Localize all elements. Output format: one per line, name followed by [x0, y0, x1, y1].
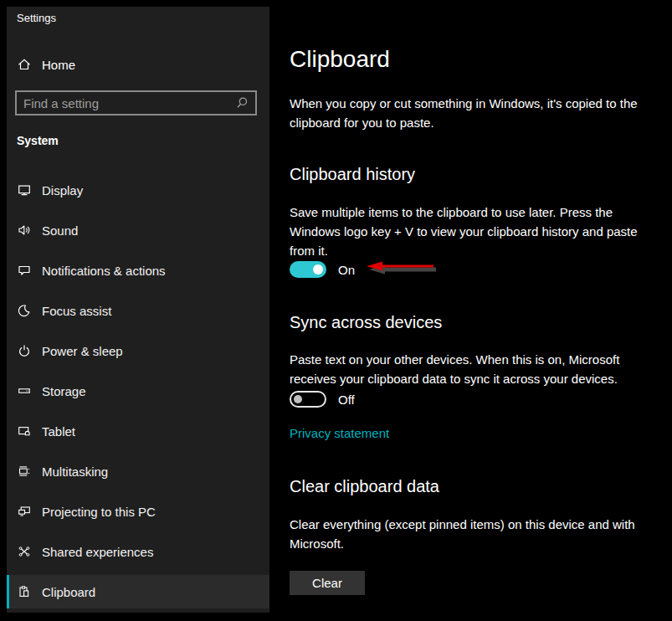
sidebar-item-clipboard[interactable]: Clipboard — [7, 575, 269, 608]
sidebar-item-projecting[interactable]: Projecting to this PC — [7, 495, 269, 528]
focus-assist-icon — [18, 304, 31, 317]
search-input[interactable] — [17, 92, 235, 114]
sync-across-devices-toggle[interactable] — [290, 391, 326, 408]
annotation-arrow-icon — [365, 260, 439, 279]
sidebar-section-system: System — [17, 134, 59, 147]
toggle-state-label: On — [338, 263, 355, 277]
storage-icon — [18, 384, 31, 398]
sidebar-item-label: Shared experiences — [42, 545, 153, 559]
sidebar-item-focus-assist[interactable]: Focus assist — [7, 294, 269, 327]
search-icon[interactable] — [235, 96, 249, 110]
sidebar-item-shared-experiences[interactable]: Shared experiences — [7, 535, 269, 568]
clipboard-history-toggle-row: On — [290, 260, 439, 279]
privacy-statement-link[interactable]: Privacy statement — [290, 426, 389, 440]
page-intro-text: When you copy or cut something in Window… — [290, 94, 672, 132]
sidebar-item-label: Home — [42, 58, 75, 72]
multitasking-icon — [18, 464, 31, 478]
power-icon — [18, 344, 31, 357]
sync-toggle-row: Off — [290, 390, 355, 408]
sidebar-item-power-sleep[interactable]: Power & sleep — [7, 334, 269, 367]
sidebar-item-display[interactable]: Display — [7, 173, 269, 207]
settings-sidebar: Settings Home System Display Sound — [7, 7, 269, 613]
toggle-knob — [294, 395, 302, 403]
shared-experiences-icon — [18, 545, 31, 558]
sidebar-item-label: Clipboard — [42, 585, 95, 599]
sidebar-item-label: Display — [42, 183, 83, 198]
sidebar-item-tablet[interactable]: Tablet — [7, 414, 269, 448]
sidebar-item-sound[interactable]: Sound — [7, 213, 269, 247]
sidebar-item-label: Sound — [42, 223, 78, 238]
sound-icon — [18, 223, 31, 237]
toggle-state-label: Off — [338, 393, 355, 407]
clear-button[interactable]: Clear — [290, 571, 365, 595]
clipboard-settings-page: Clipboard When you copy or cut something… — [290, 0, 672, 621]
sidebar-item-home[interactable]: Home — [7, 50, 269, 79]
sidebar-nav-list: Display Sound Notifications & actions Fo… — [7, 173, 269, 615]
projecting-icon — [18, 505, 31, 518]
tablet-icon — [18, 424, 31, 438]
clipboard-history-heading: Clipboard history — [290, 165, 415, 184]
home-icon — [18, 58, 31, 71]
sync-across-devices-heading: Sync across devices — [290, 313, 442, 332]
clear-clipboard-data-description: Clear everything (except pinned items) o… — [290, 515, 672, 553]
display-icon — [18, 183, 31, 197]
clipboard-history-toggle[interactable] — [290, 261, 326, 278]
sidebar-item-multitasking[interactable]: Multitasking — [7, 454, 269, 488]
sidebar-item-label: Focus assist — [42, 304, 111, 318]
window-title: Settings — [17, 12, 56, 24]
sidebar-item-label: Tablet — [42, 424, 75, 439]
clipboard-history-description: Save multiple items to the clipboard to … — [290, 203, 672, 260]
search-box[interactable] — [15, 90, 257, 115]
sidebar-item-label: Storage — [42, 384, 86, 398]
sidebar-item-notifications[interactable]: Notifications & actions — [7, 254, 269, 287]
notifications-icon — [18, 264, 31, 277]
clipboard-icon — [18, 585, 31, 598]
sidebar-item-label: Notifications & actions — [42, 264, 166, 278]
toggle-knob — [313, 264, 323, 275]
clear-clipboard-data-heading: Clear clipboard data — [290, 477, 439, 496]
sidebar-item-label: Power & sleep — [42, 344, 123, 358]
sidebar-item-storage[interactable]: Storage — [7, 374, 269, 408]
sync-across-devices-description: Paste text on your other devices. When t… — [290, 350, 672, 388]
sidebar-item-label: Multitasking — [42, 464, 108, 479]
page-title: Clipboard — [290, 46, 390, 73]
sidebar-item-label: Projecting to this PC — [42, 505, 156, 519]
